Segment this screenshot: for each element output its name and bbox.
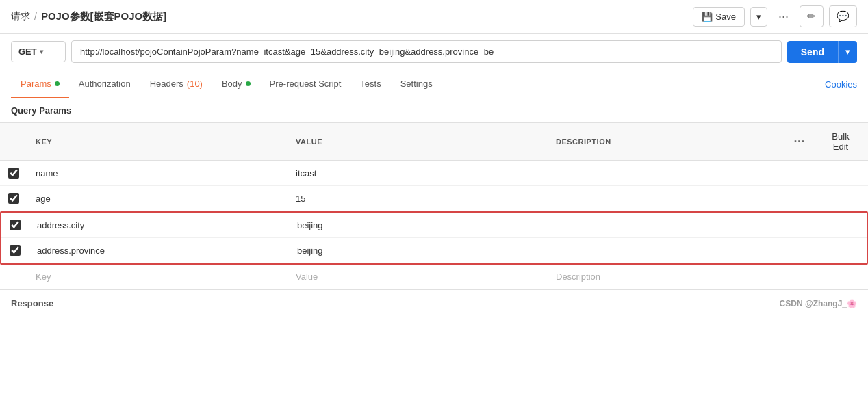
row-key-text: address.province (37, 246, 105, 256)
csdn-credit: CSDN @ZhangJ_🌸 (780, 299, 857, 308)
placeholder-row: Key Value Description (0, 265, 868, 289)
save-button[interactable]: 💾 Save (693, 7, 745, 27)
request-tabs: Params Authorization Headers (10) Body P… (0, 70, 868, 98)
row-checkbox[interactable] (10, 220, 21, 230)
query-params-label: Query Params (11, 105, 71, 116)
placeholder-key-cell: Key (27, 265, 288, 289)
row-desc-cell (548, 186, 785, 211)
row-desc-cell (549, 238, 784, 263)
col-header-description: DESCRIPTION (548, 123, 785, 161)
row-value-cell: 15 (288, 186, 548, 211)
col-header-bulk: Bulk Edit (813, 123, 868, 161)
tab-tests-label: Tests (360, 79, 381, 89)
method-select[interactable]: GET ▾ (11, 41, 66, 62)
row-key-text: address.city (37, 220, 84, 230)
params-table: KEY VALUE DESCRIPTION ··· Bulk Edit (0, 123, 868, 211)
description-header-label: DESCRIPTION (556, 137, 611, 146)
edit-button[interactable]: ✏ (800, 5, 824, 27)
url-input[interactable] (71, 40, 782, 63)
send-group: Send ▾ (787, 41, 857, 63)
highlighted-params-table: address.city beijing (1, 213, 867, 263)
tab-params[interactable]: Params (11, 70, 69, 98)
table-row: age 15 (0, 186, 868, 211)
table-header-row: KEY VALUE DESCRIPTION ··· Bulk Edit (0, 123, 868, 161)
bulk-edit-button[interactable]: Bulk Edit (821, 129, 860, 155)
placeholder-check-cell (0, 265, 27, 289)
placeholder-table: Key Value Description (0, 265, 868, 289)
comment-button[interactable]: 💬 (829, 5, 857, 27)
tab-authorization[interactable]: Authorization (69, 70, 140, 98)
col-header-actions: ··· (785, 123, 813, 161)
query-params-header: Query Params (0, 98, 868, 123)
col-header-value: VALUE (288, 123, 548, 161)
row-bulk-cell (812, 213, 867, 238)
placeholder-bulk-cell (813, 265, 868, 289)
row-value-cell: beijing (289, 238, 549, 263)
request-title: POJO参数[嵌套POJO数据] (41, 10, 166, 23)
placeholder-desc-text: Description (556, 272, 600, 282)
row-key-cell: address.province (29, 238, 289, 263)
row-value-text: itcast (296, 168, 316, 179)
row-check-cell (0, 186, 27, 211)
tab-body-label: Body (222, 79, 242, 89)
save-dropdown-button[interactable]: ▾ (750, 7, 767, 27)
row-value-text: beijing (297, 220, 323, 230)
table-row: address.province beijing (1, 238, 867, 263)
row-key-cell: age (27, 186, 288, 211)
params-table-body: name itcast age (0, 161, 868, 211)
row-checkbox[interactable] (10, 245, 21, 256)
tab-pre-request[interactable]: Pre-request Script (260, 70, 351, 98)
tab-settings-label: Settings (400, 79, 433, 89)
tab-pre-request-label: Pre-request Script (270, 79, 342, 89)
highlighted-rows-wrapper: address.city beijing (0, 211, 868, 265)
send-dropdown-button[interactable]: ▾ (838, 41, 857, 63)
value-header-label: VALUE (296, 137, 322, 146)
more-options-button[interactable]: ··· (773, 7, 794, 27)
row-key-cell: name (27, 161, 288, 186)
tab-body[interactable]: Body (212, 70, 260, 98)
row-actions-cell (784, 213, 812, 238)
placeholder-actions-cell (786, 265, 813, 289)
cookies-link[interactable]: Cookies (825, 79, 857, 90)
tab-authorization-label: Authorization (79, 79, 131, 89)
row-desc-cell (549, 213, 784, 238)
table-more-icon[interactable]: ··· (793, 135, 805, 148)
tab-tests[interactable]: Tests (350, 70, 390, 98)
save-icon: 💾 (702, 12, 713, 22)
params-dot-icon (55, 81, 60, 86)
method-chevron-icon: ▾ (40, 48, 43, 55)
response-bar: Response CSDN @ZhangJ_🌸 (0, 289, 868, 317)
row-bulk-cell (813, 161, 868, 186)
tab-params-label: Params (21, 79, 51, 89)
row-value-cell: beijing (289, 213, 549, 238)
top-bar: 请求 / POJO参数[嵌套POJO数据] 💾 Save ▾ ··· ✏ 💬 (0, 0, 868, 34)
row-key-text: age (36, 194, 51, 204)
tab-headers-label: Headers (150, 79, 183, 89)
body-dot-icon (246, 81, 251, 86)
placeholder-value-text: Value (296, 272, 318, 282)
row-key-text: name (36, 168, 58, 179)
row-key-cell: address.city (29, 213, 289, 238)
url-bar: GET ▾ Send ▾ (0, 34, 868, 70)
breadcrumb-request: 请求 (11, 10, 30, 23)
tab-headers[interactable]: Headers (10) (140, 70, 212, 98)
method-text: GET (18, 47, 37, 57)
row-value-text: beijing (297, 246, 323, 256)
send-button[interactable]: Send (787, 41, 838, 63)
row-check-cell (0, 161, 27, 186)
row-value-cell: itcast (288, 161, 548, 186)
response-label: Response (11, 298, 53, 308)
tab-settings[interactable]: Settings (391, 70, 442, 98)
row-checkbox[interactable] (8, 193, 19, 204)
row-actions-cell (785, 161, 813, 186)
placeholder-desc-cell: Description (548, 265, 786, 289)
key-header-label: KEY (36, 137, 52, 146)
row-bulk-cell (813, 186, 868, 211)
col-header-check (0, 123, 27, 161)
row-value-text: 15 (296, 194, 305, 204)
breadcrumb-separator: / (34, 11, 37, 22)
placeholder-table-body: Key Value Description (0, 265, 868, 289)
top-bar-actions: 💾 Save ▾ ··· ✏ 💬 (693, 5, 857, 27)
table-row: address.city beijing (1, 213, 867, 238)
row-checkbox[interactable] (8, 168, 19, 179)
